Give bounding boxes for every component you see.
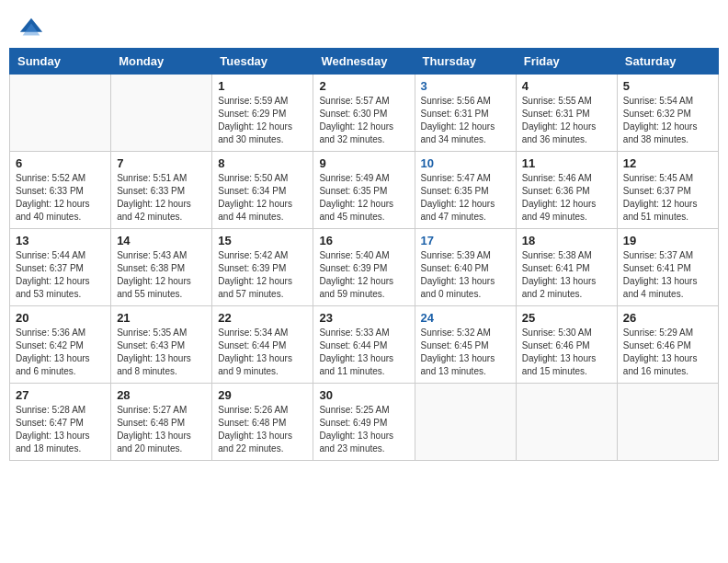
day-number: 3 bbox=[421, 79, 510, 93]
calendar-day-cell: 8Sunrise: 5:50 AMSunset: 6:34 PMDaylight… bbox=[212, 152, 313, 229]
calendar-day-cell: 27Sunrise: 5:28 AMSunset: 6:47 PMDayligh… bbox=[10, 384, 111, 461]
day-number: 4 bbox=[522, 79, 611, 93]
weekday-header-thursday: Thursday bbox=[415, 49, 516, 75]
calendar-week-row: 27Sunrise: 5:28 AMSunset: 6:47 PMDayligh… bbox=[10, 384, 719, 461]
day-number: 23 bbox=[319, 311, 408, 325]
calendar-day-cell: 26Sunrise: 5:29 AMSunset: 6:46 PMDayligh… bbox=[617, 306, 718, 384]
calendar-day-cell: 29Sunrise: 5:26 AMSunset: 6:48 PMDayligh… bbox=[212, 384, 313, 461]
day-info: Sunrise: 5:29 AMSunset: 6:46 PMDaylight:… bbox=[623, 327, 712, 378]
day-number: 12 bbox=[623, 156, 712, 170]
calendar-day-cell: 19Sunrise: 5:37 AMSunset: 6:41 PMDayligh… bbox=[617, 229, 718, 306]
calendar-day-cell: 20Sunrise: 5:36 AMSunset: 6:42 PMDayligh… bbox=[10, 306, 111, 384]
day-number: 28 bbox=[117, 388, 206, 402]
calendar-day-cell: 15Sunrise: 5:42 AMSunset: 6:39 PMDayligh… bbox=[212, 229, 313, 306]
calendar-empty-cell bbox=[617, 384, 718, 461]
calendar-day-cell: 28Sunrise: 5:27 AMSunset: 6:48 PMDayligh… bbox=[111, 384, 212, 461]
day-info: Sunrise: 5:52 AMSunset: 6:33 PMDaylight:… bbox=[16, 172, 105, 224]
day-info: Sunrise: 5:45 AMSunset: 6:37 PMDaylight:… bbox=[623, 172, 712, 224]
calendar-day-cell: 23Sunrise: 5:33 AMSunset: 6:44 PMDayligh… bbox=[313, 306, 415, 384]
calendar-empty-cell bbox=[415, 384, 516, 461]
calendar-day-cell: 6Sunrise: 5:52 AMSunset: 6:33 PMDaylight… bbox=[10, 152, 111, 229]
calendar-day-cell: 12Sunrise: 5:45 AMSunset: 6:37 PMDayligh… bbox=[617, 152, 718, 229]
day-number: 13 bbox=[16, 234, 105, 247]
day-number: 19 bbox=[623, 234, 712, 247]
day-info: Sunrise: 5:30 AMSunset: 6:46 PMDaylight:… bbox=[522, 327, 611, 378]
day-info: Sunrise: 5:55 AMSunset: 6:31 PMDaylight:… bbox=[522, 95, 611, 146]
calendar-day-cell: 21Sunrise: 5:35 AMSunset: 6:43 PMDayligh… bbox=[111, 306, 212, 384]
calendar-table: SundayMondayTuesdayWednesdayThursdayFrid… bbox=[9, 48, 719, 461]
day-info: Sunrise: 5:44 AMSunset: 6:37 PMDaylight:… bbox=[16, 249, 105, 301]
day-info: Sunrise: 5:34 AMSunset: 6:44 PMDaylight:… bbox=[218, 327, 307, 378]
day-number: 20 bbox=[16, 311, 105, 325]
day-number: 25 bbox=[522, 311, 611, 325]
day-number: 24 bbox=[421, 311, 510, 325]
day-info: Sunrise: 5:38 AMSunset: 6:41 PMDaylight:… bbox=[522, 249, 611, 301]
calendar-day-cell: 11Sunrise: 5:46 AMSunset: 6:36 PMDayligh… bbox=[516, 152, 617, 229]
day-number: 8 bbox=[218, 156, 307, 170]
calendar-empty-cell bbox=[111, 75, 212, 152]
day-number: 10 bbox=[421, 156, 510, 170]
calendar-day-cell: 17Sunrise: 5:39 AMSunset: 6:40 PMDayligh… bbox=[415, 229, 516, 306]
calendar-day-cell: 5Sunrise: 5:54 AMSunset: 6:32 PMDaylight… bbox=[617, 75, 718, 152]
day-number: 7 bbox=[117, 156, 206, 170]
day-info: Sunrise: 5:27 AMSunset: 6:48 PMDaylight:… bbox=[117, 404, 206, 455]
day-number: 2 bbox=[319, 79, 408, 93]
day-info: Sunrise: 5:36 AMSunset: 6:42 PMDaylight:… bbox=[16, 327, 105, 378]
day-info: Sunrise: 5:39 AMSunset: 6:40 PMDaylight:… bbox=[421, 249, 510, 301]
calendar-day-cell: 2Sunrise: 5:57 AMSunset: 6:30 PMDaylight… bbox=[313, 75, 415, 152]
day-info: Sunrise: 5:56 AMSunset: 6:31 PMDaylight:… bbox=[421, 95, 510, 146]
day-info: Sunrise: 5:37 AMSunset: 6:41 PMDaylight:… bbox=[623, 249, 712, 301]
day-number: 14 bbox=[117, 234, 206, 247]
weekday-header-saturday: Saturday bbox=[617, 49, 718, 75]
day-number: 22 bbox=[218, 311, 307, 325]
calendar-day-cell: 16Sunrise: 5:40 AMSunset: 6:39 PMDayligh… bbox=[313, 229, 415, 306]
calendar-day-cell: 4Sunrise: 5:55 AMSunset: 6:31 PMDaylight… bbox=[516, 75, 617, 152]
calendar-week-row: 13Sunrise: 5:44 AMSunset: 6:37 PMDayligh… bbox=[10, 229, 719, 306]
day-number: 15 bbox=[218, 234, 307, 247]
day-info: Sunrise: 5:28 AMSunset: 6:47 PMDaylight:… bbox=[16, 404, 105, 455]
day-number: 27 bbox=[16, 388, 105, 402]
calendar-day-cell: 10Sunrise: 5:47 AMSunset: 6:35 PMDayligh… bbox=[415, 152, 516, 229]
calendar-day-cell: 24Sunrise: 5:32 AMSunset: 6:45 PMDayligh… bbox=[415, 306, 516, 384]
day-info: Sunrise: 5:35 AMSunset: 6:43 PMDaylight:… bbox=[117, 327, 206, 378]
calendar-day-cell: 14Sunrise: 5:43 AMSunset: 6:38 PMDayligh… bbox=[111, 229, 212, 306]
day-number: 21 bbox=[117, 311, 206, 325]
day-info: Sunrise: 5:57 AMSunset: 6:30 PMDaylight:… bbox=[319, 95, 408, 146]
day-info: Sunrise: 5:54 AMSunset: 6:32 PMDaylight:… bbox=[623, 95, 712, 146]
weekday-header-tuesday: Tuesday bbox=[212, 49, 313, 75]
calendar-empty-cell bbox=[516, 384, 617, 461]
calendar-week-row: 20Sunrise: 5:36 AMSunset: 6:42 PMDayligh… bbox=[10, 306, 719, 384]
calendar-day-cell: 9Sunrise: 5:49 AMSunset: 6:35 PMDaylight… bbox=[313, 152, 415, 229]
day-info: Sunrise: 5:40 AMSunset: 6:39 PMDaylight:… bbox=[319, 249, 408, 301]
day-info: Sunrise: 5:43 AMSunset: 6:38 PMDaylight:… bbox=[117, 249, 206, 301]
day-info: Sunrise: 5:32 AMSunset: 6:45 PMDaylight:… bbox=[421, 327, 510, 378]
day-info: Sunrise: 5:49 AMSunset: 6:35 PMDaylight:… bbox=[319, 172, 408, 224]
logo-icon bbox=[18, 17, 44, 42]
weekday-header-sunday: Sunday bbox=[10, 49, 111, 75]
calendar-day-cell: 22Sunrise: 5:34 AMSunset: 6:44 PMDayligh… bbox=[212, 306, 313, 384]
calendar-day-cell: 3Sunrise: 5:56 AMSunset: 6:31 PMDaylight… bbox=[415, 75, 516, 152]
day-number: 16 bbox=[319, 234, 408, 247]
calendar-header-row: SundayMondayTuesdayWednesdayThursdayFrid… bbox=[10, 49, 719, 75]
weekday-header-friday: Friday bbox=[516, 49, 617, 75]
day-number: 17 bbox=[421, 234, 510, 247]
day-number: 29 bbox=[218, 388, 307, 402]
page-header bbox=[9, 9, 719, 48]
day-number: 26 bbox=[623, 311, 712, 325]
day-number: 11 bbox=[522, 156, 611, 170]
day-info: Sunrise: 5:46 AMSunset: 6:36 PMDaylight:… bbox=[522, 172, 611, 224]
day-info: Sunrise: 5:50 AMSunset: 6:34 PMDaylight:… bbox=[218, 172, 307, 224]
day-info: Sunrise: 5:25 AMSunset: 6:49 PMDaylight:… bbox=[319, 404, 408, 455]
day-number: 9 bbox=[319, 156, 408, 170]
calendar-empty-cell bbox=[10, 75, 111, 152]
calendar-day-cell: 25Sunrise: 5:30 AMSunset: 6:46 PMDayligh… bbox=[516, 306, 617, 384]
calendar-day-cell: 1Sunrise: 5:59 AMSunset: 6:29 PMDaylight… bbox=[212, 75, 313, 152]
calendar-day-cell: 13Sunrise: 5:44 AMSunset: 6:37 PMDayligh… bbox=[10, 229, 111, 306]
calendar-week-row: 1Sunrise: 5:59 AMSunset: 6:29 PMDaylight… bbox=[10, 75, 719, 152]
day-number: 5 bbox=[623, 79, 712, 93]
weekday-header-wednesday: Wednesday bbox=[313, 49, 415, 75]
day-info: Sunrise: 5:42 AMSunset: 6:39 PMDaylight:… bbox=[218, 249, 307, 301]
day-number: 30 bbox=[319, 388, 408, 402]
calendar-day-cell: 18Sunrise: 5:38 AMSunset: 6:41 PMDayligh… bbox=[516, 229, 617, 306]
calendar-week-row: 6Sunrise: 5:52 AMSunset: 6:33 PMDaylight… bbox=[10, 152, 719, 229]
